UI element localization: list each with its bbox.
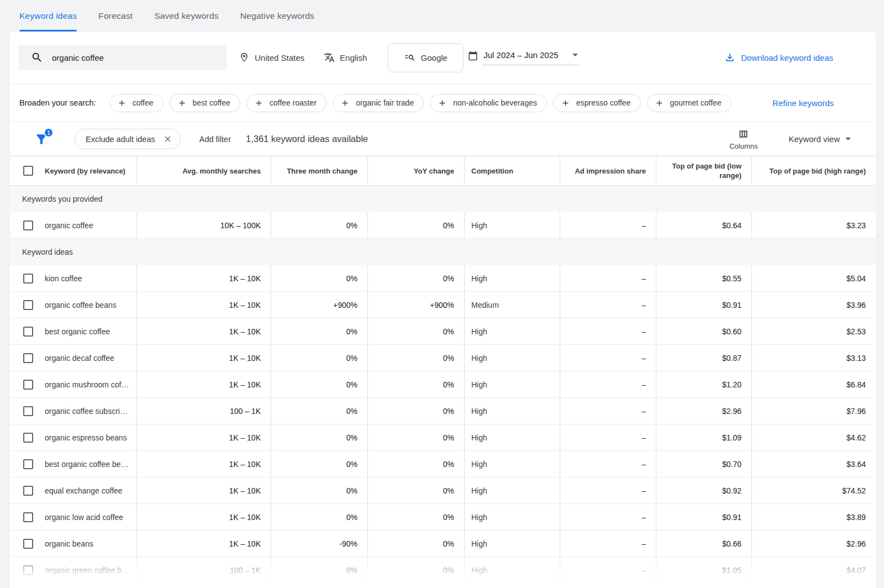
- columns-icon: [738, 128, 749, 140]
- toolbar: United States English Google Jul 2024 – …: [10, 32, 876, 84]
- header-keyword[interactable]: Keyword (by relevance): [45, 156, 136, 185]
- select-all-checkbox[interactable]: [23, 166, 33, 176]
- broaden-chip-non-alcoholic-beverages[interactable]: non-alcoholic beverages: [430, 94, 547, 112]
- search-input[interactable]: [52, 53, 220, 62]
- filter-count-badge: 1: [44, 128, 54, 138]
- add-filter-button[interactable]: Add filter: [199, 135, 231, 144]
- header-competition[interactable]: Competition: [464, 156, 560, 185]
- competition-cell: High: [464, 398, 560, 424]
- ad-impression-share-cell: –: [560, 318, 656, 344]
- top-of-page-bid-high-cell: $4.07: [751, 557, 876, 583]
- avg-monthly-searches-cell: 1K – 10K: [136, 371, 271, 397]
- exclude-chip-label: Exclude adult ideas: [86, 135, 155, 144]
- competition-cell: High: [464, 371, 560, 397]
- yoy-change-cell: 0%: [367, 318, 464, 344]
- language-label: English: [340, 53, 367, 62]
- broaden-chip-gourmet-coffee[interactable]: gourmet coffee: [647, 94, 732, 112]
- top-of-page-bid-low-cell: $1.09: [656, 424, 751, 450]
- row-checkbox[interactable]: [23, 274, 33, 284]
- date-range-picker[interactable]: Jul 2024 – Jun 2025: [468, 50, 579, 65]
- table-row: organic green coffee b… 100 – 1K 0% 0% H…: [10, 557, 876, 584]
- top-of-page-bid-high-cell: $74.52: [751, 477, 876, 503]
- row-checkbox[interactable]: [23, 300, 33, 310]
- checkbox-cell: [10, 265, 45, 291]
- keyword-search-box[interactable]: [18, 45, 227, 70]
- row-checkbox[interactable]: [23, 380, 33, 390]
- section-title: Keyword ideas: [22, 248, 73, 256]
- checkbox-cell: [10, 477, 45, 503]
- table-header-row: Keyword (by relevance) Avg. monthly sear…: [10, 156, 876, 186]
- network-selector[interactable]: Google: [388, 43, 464, 72]
- keyword-cell: best organic coffee: [45, 318, 136, 344]
- three-month-change-cell: 0%: [271, 371, 367, 397]
- header-top-of-page-bid-low[interactable]: Top of page bid (low range): [656, 156, 751, 185]
- avg-monthly-searches-cell: 1K – 10K: [136, 424, 271, 450]
- competition-cell: High: [464, 424, 560, 450]
- three-month-change-cell: 0%: [271, 451, 367, 477]
- three-month-change-cell: 0%: [271, 477, 367, 503]
- table-row: organic beans 1K – 10K -90% 0% High – $0…: [10, 531, 876, 557]
- checkbox-cell: [10, 424, 45, 450]
- header-top-of-page-bid-high[interactable]: Top of page bid (high range): [751, 156, 876, 185]
- avg-monthly-searches-cell: 1K – 10K: [136, 477, 271, 503]
- header-avg-monthly-searches[interactable]: Avg. monthly searches: [136, 156, 271, 185]
- keyword-view-dropdown[interactable]: Keyword view: [788, 134, 851, 144]
- header-yoy-change[interactable]: YoY change: [367, 156, 464, 185]
- header-three-month-change[interactable]: Three month change: [271, 156, 367, 185]
- plus-icon: [655, 98, 664, 108]
- table-row: organic coffee beans 1K – 10K +900% +900…: [10, 292, 876, 318]
- top-of-page-bid-low-cell: $0.91: [656, 504, 751, 530]
- three-month-change-cell: 0%: [271, 557, 367, 583]
- top-of-page-bid-high-cell: $3.23: [751, 212, 876, 238]
- language-selector[interactable]: English: [324, 52, 367, 63]
- broaden-chip-best-coffee[interactable]: best coffee: [170, 94, 240, 112]
- tab-saved-keywords[interactable]: Saved keywords: [154, 0, 219, 32]
- top-of-page-bid-high-cell: $3.96: [751, 292, 876, 318]
- location-label: United States: [255, 53, 304, 62]
- row-checkbox[interactable]: [23, 539, 33, 549]
- row-checkbox[interactable]: [23, 486, 33, 496]
- broaden-label: Broaden your search:: [19, 98, 96, 107]
- top-of-page-bid-low-cell: $0.64: [656, 212, 751, 238]
- broaden-chip-organic-fair-trade[interactable]: organic fair trade: [333, 94, 424, 112]
- columns-button[interactable]: Columns: [729, 128, 757, 150]
- top-of-page-bid-low-cell: $0.92: [656, 477, 751, 503]
- broaden-chip-coffee[interactable]: coffee: [109, 94, 164, 112]
- row-checkbox[interactable]: [23, 353, 33, 363]
- tab-negative-keywords[interactable]: Negative keywords: [240, 0, 314, 32]
- chip-label: non-alcoholic beverages: [453, 98, 537, 107]
- row-checkbox[interactable]: [23, 327, 33, 337]
- ad-impression-share-cell: –: [560, 424, 656, 450]
- header-ad-impression-share[interactable]: Ad impression share: [560, 156, 656, 185]
- row-checkbox[interactable]: [23, 406, 33, 416]
- refine-keywords-link[interactable]: Refine keywords: [772, 98, 834, 108]
- table-row: kion coffee 1K – 10K 0% 0% High – $0.55 …: [10, 265, 876, 292]
- filter-bar: 1 Exclude adult ideas Add filter 1,361 k…: [10, 122, 876, 156]
- row-checkbox[interactable]: [23, 221, 33, 230]
- section-title: Keywords you provided: [22, 195, 103, 203]
- broaden-chip-coffee-roaster[interactable]: coffee roaster: [246, 94, 327, 112]
- row-checkbox[interactable]: [23, 433, 33, 443]
- broaden-chip-espresso-coffee[interactable]: espresso coffee: [553, 94, 641, 112]
- yoy-change-cell: +900%: [367, 292, 464, 318]
- exclude-adult-ideas-chip[interactable]: Exclude adult ideas: [75, 129, 181, 149]
- row-checkbox[interactable]: [23, 512, 33, 522]
- location-selector[interactable]: United States: [239, 52, 304, 63]
- tab-keyword-ideas[interactable]: Keyword ideas: [19, 0, 77, 32]
- three-month-change-cell: -90%: [271, 531, 367, 556]
- top-of-page-bid-low-cell: $0.60: [656, 318, 751, 344]
- keyword-cell: organic low acid coffee: [45, 504, 136, 530]
- tab-label: Negative keywords: [240, 11, 314, 21]
- row-checkbox[interactable]: [23, 565, 33, 575]
- avg-monthly-searches-cell: 1K – 10K: [136, 504, 271, 530]
- download-keyword-ideas-button[interactable]: Download keyword ideas: [724, 52, 833, 63]
- view-label: Keyword view: [788, 134, 840, 144]
- date-range-label: Jul 2024 – Jun 2025: [483, 50, 558, 60]
- competition-cell: High: [464, 212, 560, 238]
- close-icon[interactable]: [163, 134, 172, 144]
- chip-label: best coffee: [193, 98, 230, 107]
- tab-forecast[interactable]: Forecast: [98, 0, 133, 32]
- chip-label: coffee: [133, 98, 154, 107]
- filter-button[interactable]: 1: [34, 132, 49, 146]
- row-checkbox[interactable]: [23, 459, 33, 469]
